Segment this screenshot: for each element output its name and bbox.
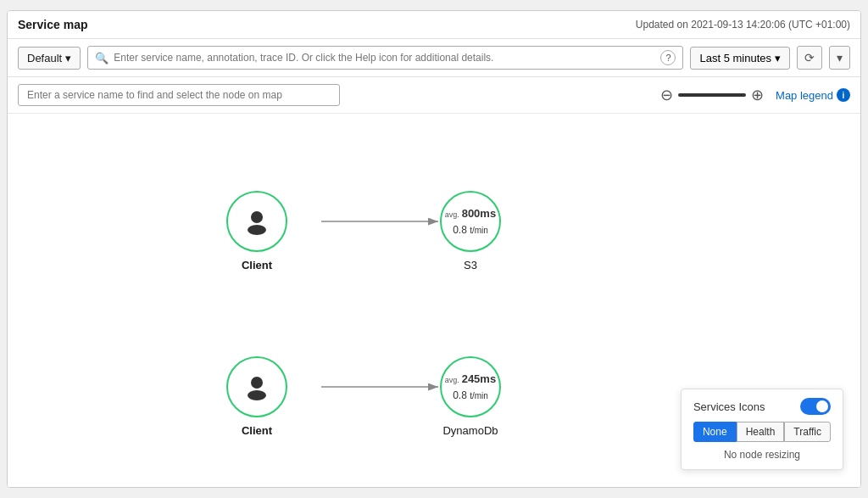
more-options-icon: ▾ — [837, 51, 843, 64]
zoom-controls: ⊖ ⊕ Map legend i — [660, 87, 850, 103]
map-legend-button[interactable]: Map legend i — [776, 88, 850, 102]
client-top-node[interactable]: Client — [226, 191, 287, 271]
default-label: Default — [27, 52, 62, 64]
s3-node[interactable]: avg. 800ms 0.8 t/min S3 — [440, 191, 501, 271]
app-window: Service map Updated on 2021-09-13 14:20:… — [7, 10, 861, 488]
services-icons-toggle[interactable] — [800, 398, 831, 415]
service-name-input[interactable] — [18, 84, 340, 106]
dynamodb-metrics: avg. 245ms 0.8 t/min — [445, 371, 496, 403]
svg-point-3 — [251, 211, 263, 223]
health-button[interactable]: Health — [737, 422, 785, 442]
none-button[interactable]: None — [693, 422, 737, 442]
no-node-resizing-label: No node resizing — [693, 449, 831, 461]
settings-panel: Services Icons None Health Traffic No no… — [681, 389, 843, 470]
title-bar: Service map Updated on 2021-09-13 14:20:… — [8, 11, 860, 39]
svg-point-5 — [251, 377, 263, 389]
s3-label: S3 — [464, 259, 477, 271]
s3-metrics: avg. 800ms 0.8 t/min — [445, 205, 496, 238]
help-icon[interactable]: ? — [660, 50, 676, 65]
zoom-out-icon: ⊖ — [660, 87, 673, 104]
zoom-in-icon: ⊕ — [751, 87, 764, 104]
display-mode-group: None Health Traffic — [693, 422, 831, 442]
zoom-out-button[interactable]: ⊖ — [660, 87, 673, 103]
dynamodb-circle: avg. 245ms 0.8 t/min — [440, 356, 501, 417]
dropdown-arrow-icon: ▾ — [65, 52, 71, 64]
toolbar: Default ▾ 🔍 ? Last 5 minutes ▾ ⟳ ▾ — [8, 39, 860, 77]
time-range-label: Last 5 minutes — [699, 52, 771, 64]
refresh-icon: ⟳ — [804, 51, 815, 64]
svg-point-6 — [248, 390, 266, 400]
time-dropdown-arrow: ▾ — [775, 52, 781, 64]
traffic-button[interactable]: Traffic — [784, 422, 831, 442]
client-bottom-node[interactable]: Client — [226, 356, 287, 437]
search-icon: 🔍 — [95, 52, 108, 64]
dynamodb-node[interactable]: avg. 245ms 0.8 t/min DynamoDb — [440, 356, 501, 437]
updated-timestamp: Updated on 2021-09-13 14:20:06 (UTC +01:… — [636, 19, 850, 31]
map-toolbar: ⊖ ⊕ Map legend i — [8, 77, 860, 114]
svg-point-4 — [248, 225, 266, 235]
s3-circle: avg. 800ms 0.8 t/min — [440, 191, 501, 252]
services-icons-label: Services Icons — [693, 400, 765, 413]
page-title: Service map — [18, 18, 88, 31]
dynamodb-label: DynamoDb — [442, 424, 498, 437]
client-top-label: Client — [242, 259, 272, 271]
map-legend-label: Map legend — [776, 89, 833, 102]
search-input[interactable] — [114, 52, 655, 64]
zoom-slider[interactable] — [678, 93, 746, 97]
user-bottom-icon — [242, 372, 272, 402]
time-range-button[interactable]: Last 5 minutes ▾ — [690, 47, 790, 70]
map-area: Client avg. 800ms 0.8 t/min S3 Client — [8, 114, 860, 487]
default-dropdown-button[interactable]: Default ▾ — [18, 47, 81, 70]
info-icon: i — [837, 88, 850, 102]
client-bottom-circle — [226, 356, 287, 417]
client-top-circle — [226, 191, 287, 252]
client-bottom-label: Client — [242, 424, 272, 437]
services-icons-row: Services Icons — [693, 398, 831, 415]
zoom-in-button[interactable]: ⊕ — [751, 87, 764, 103]
refresh-button[interactable]: ⟳ — [797, 46, 822, 70]
search-bar: 🔍 ? — [87, 46, 683, 70]
more-options-button[interactable]: ▾ — [829, 46, 850, 70]
user-icon — [242, 206, 272, 237]
